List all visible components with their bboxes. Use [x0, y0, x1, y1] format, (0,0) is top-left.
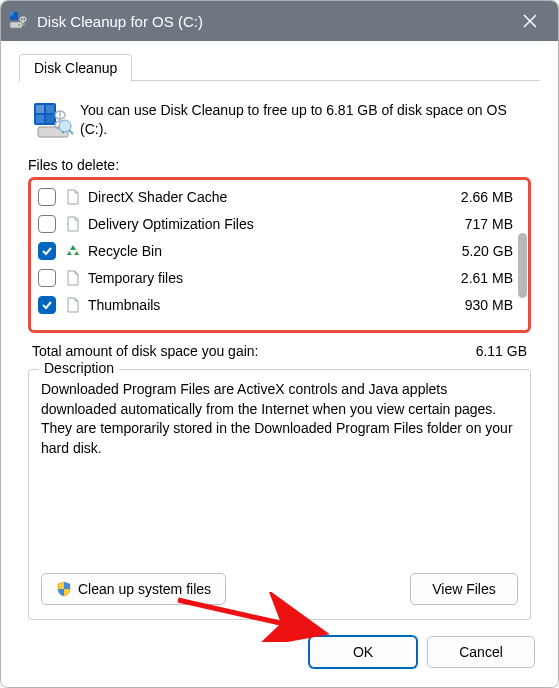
svg-point-16	[71, 250, 75, 254]
cancel-button[interactable]: Cancel	[427, 636, 535, 668]
ok-button[interactable]: OK	[309, 636, 417, 668]
file-row[interactable]: Thumbnails930 MB	[34, 291, 525, 318]
file-checkbox[interactable]	[38, 215, 56, 233]
file-row[interactable]: DirectX Shader Cache2.66 MB	[34, 183, 525, 210]
file-list-highlight: DirectX Shader Cache2.66 MBDelivery Opti…	[28, 177, 531, 333]
disk-cleanup-window: Disk Cleanup for OS (C:) Disk Cleanup	[0, 0, 559, 688]
total-value: 6.11 GB	[476, 343, 527, 359]
files-to-delete-label: Files to delete:	[20, 155, 539, 177]
scrollbar-thumb[interactable]	[518, 233, 527, 298]
file-row[interactable]: Delivery Optimization Files717 MB	[34, 210, 525, 237]
file-icon	[64, 188, 82, 206]
file-size: 930 MB	[429, 297, 519, 313]
close-icon	[523, 14, 537, 28]
tab-panel: You can use Disk Cleanup to free up to 6…	[19, 80, 540, 671]
titlebar: Disk Cleanup for OS (C:)	[1, 1, 558, 41]
description-group: Description Downloaded Program Files are…	[28, 369, 531, 620]
file-icon	[64, 215, 82, 233]
view-files-button[interactable]: View Files	[410, 573, 518, 605]
dialog-body: Disk Cleanup	[1, 41, 558, 687]
file-name: Recycle Bin	[88, 243, 429, 259]
file-checkbox[interactable]	[38, 242, 56, 260]
tab-disk-cleanup[interactable]: Disk Cleanup	[19, 54, 132, 82]
file-size: 2.61 MB	[429, 270, 519, 286]
intro-drive-icon	[28, 101, 80, 141]
file-size: 5.20 GB	[429, 243, 519, 259]
file-size: 717 MB	[429, 216, 519, 232]
tab-label: Disk Cleanup	[34, 60, 117, 76]
svg-line-15	[69, 130, 73, 134]
file-icon	[64, 296, 82, 314]
intro-row: You can use Disk Cleanup to free up to 6…	[20, 91, 539, 155]
description-text: Downloaded Program Files are ActiveX con…	[41, 380, 518, 563]
file-icon	[64, 269, 82, 287]
svg-rect-10	[36, 115, 44, 123]
description-buttons: Clean up system files View Files	[41, 573, 518, 605]
file-row[interactable]: Temporary files2.61 MB	[34, 264, 525, 291]
file-row[interactable]: Recycle Bin5.20 GB	[34, 237, 525, 264]
file-checkbox[interactable]	[38, 188, 56, 206]
dialog-action-buttons: OK Cancel	[20, 620, 539, 670]
svg-rect-3	[10, 12, 14, 16]
file-name: DirectX Shader Cache	[88, 189, 429, 205]
svg-rect-9	[46, 105, 54, 113]
shield-icon	[56, 581, 72, 597]
svg-point-4	[21, 22, 25, 26]
svg-rect-11	[46, 115, 54, 123]
file-list[interactable]: DirectX Shader Cache2.66 MBDelivery Opti…	[34, 183, 525, 318]
file-checkbox[interactable]	[38, 296, 56, 314]
file-name: Delivery Optimization Files	[88, 216, 429, 232]
svg-rect-0	[10, 22, 22, 28]
close-button[interactable]	[510, 1, 550, 41]
tab-strip: Disk Cleanup	[19, 53, 540, 81]
cancel-label: Cancel	[459, 644, 503, 660]
file-checkbox[interactable]	[38, 269, 56, 287]
clean-system-files-button[interactable]: Clean up system files	[41, 573, 226, 605]
intro-text: You can use Disk Cleanup to free up to 6…	[80, 101, 531, 141]
window-title: Disk Cleanup for OS (C:)	[37, 13, 510, 30]
ok-label: OK	[353, 644, 373, 660]
file-name: Thumbnails	[88, 297, 429, 313]
clean-system-files-label: Clean up system files	[78, 581, 211, 597]
svg-point-1	[18, 24, 20, 26]
drive-cleanup-icon	[9, 11, 29, 31]
file-size: 2.66 MB	[429, 189, 519, 205]
file-name: Temporary files	[88, 270, 429, 286]
view-files-label: View Files	[432, 581, 496, 597]
recycle-bin-icon	[64, 242, 82, 260]
total-label: Total amount of disk space you gain:	[32, 343, 476, 359]
description-heading: Description	[39, 360, 119, 376]
svg-rect-8	[36, 105, 44, 113]
